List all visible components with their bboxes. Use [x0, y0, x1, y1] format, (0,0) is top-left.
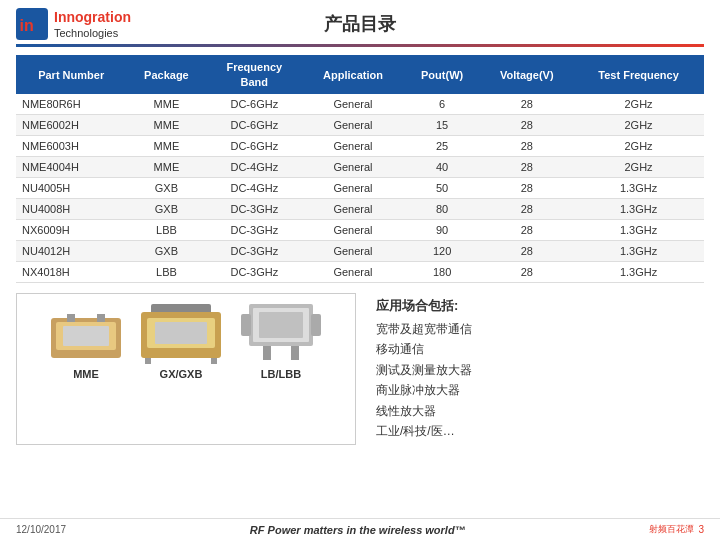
cell-5: 28 — [480, 262, 573, 283]
cell-0: NU4012H — [16, 241, 126, 262]
table-row: NME6002HMMEDC-6GHzGeneral15282GHz — [16, 115, 704, 136]
mme-image — [51, 312, 121, 364]
cell-4: 80 — [404, 199, 481, 220]
watermark: 射频百花潭 — [649, 523, 694, 536]
cell-6: 1.3GHz — [573, 178, 704, 199]
col-pout: Pout(W) — [404, 55, 481, 94]
col-application: Application — [302, 55, 404, 94]
header: in Innogration Technologies 产品目录 — [0, 0, 720, 44]
table-row: NX6009HLBBDC-3GHzGeneral90281.3GHz — [16, 220, 704, 241]
cell-6: 2GHz — [573, 157, 704, 178]
gxb-image — [141, 304, 221, 364]
logo-subtitle: Technologies — [54, 26, 131, 40]
cell-6: 1.3GHz — [573, 241, 704, 262]
bottom-section: MME GX/GXB — [16, 293, 704, 445]
cell-4: 90 — [404, 220, 481, 241]
cell-4: 6 — [404, 94, 481, 115]
cell-3: General — [302, 94, 404, 115]
table-row: NME80R6HMMEDC-6GHzGeneral6282GHz — [16, 94, 704, 115]
logo-area: in Innogration Technologies — [16, 8, 131, 40]
table-header-row: Part Number Package FrequencyBand Applic… — [16, 55, 704, 94]
table-row: NME4004HMMEDC-4GHzGeneral40282GHz — [16, 157, 704, 178]
application-item: 移动通信 — [376, 339, 700, 359]
cell-5: 28 — [480, 178, 573, 199]
footer: 12/10/2017 RF Power matters in the wirel… — [0, 518, 720, 540]
table-row: NU4012HGXBDC-3GHzGeneral120281.3GHz — [16, 241, 704, 262]
cell-5: 28 — [480, 136, 573, 157]
cell-3: General — [302, 220, 404, 241]
cell-2: DC-3GHz — [206, 199, 302, 220]
footer-right: 射频百花潭 3 — [649, 523, 704, 536]
cell-5: 28 — [480, 241, 573, 262]
svg-rect-6 — [97, 314, 105, 322]
gxb-label: GX/GXB — [160, 368, 203, 380]
cell-1: GXB — [126, 178, 206, 199]
cell-3: General — [302, 199, 404, 220]
package-lbb: LB/LBB — [241, 304, 321, 380]
col-voltage: Voltage(V) — [480, 55, 573, 94]
cell-6: 2GHz — [573, 115, 704, 136]
cell-3: General — [302, 157, 404, 178]
cell-6: 2GHz — [573, 94, 704, 115]
table-row: NU4008HGXBDC-3GHzGeneral80281.3GHz — [16, 199, 704, 220]
cell-2: DC-3GHz — [206, 262, 302, 283]
cell-6: 1.3GHz — [573, 262, 704, 283]
package-mme: MME — [51, 312, 121, 380]
cell-2: DC-6GHz — [206, 115, 302, 136]
logo-text: Innogration Technologies — [54, 8, 131, 40]
package-gxb: GX/GXB — [141, 304, 221, 380]
footer-date: 12/10/2017 — [16, 524, 66, 535]
lbb-label: LB/LBB — [261, 368, 301, 380]
cell-0: NU4008H — [16, 199, 126, 220]
cell-3: General — [302, 136, 404, 157]
header-divider — [16, 44, 704, 47]
cell-1: MME — [126, 136, 206, 157]
cell-3: General — [302, 241, 404, 262]
cell-0: NU4005H — [16, 178, 126, 199]
cell-4: 180 — [404, 262, 481, 283]
table-row: NME6003HMMEDC-6GHzGeneral25282GHz — [16, 136, 704, 157]
cell-5: 28 — [480, 199, 573, 220]
svg-rect-19 — [291, 346, 299, 360]
table-body: NME80R6HMMEDC-6GHzGeneral6282GHzNME6002H… — [16, 94, 704, 283]
cell-1: MME — [126, 115, 206, 136]
cell-3: General — [302, 262, 404, 283]
product-table: Part Number Package FrequencyBand Applic… — [16, 55, 704, 283]
cell-4: 40 — [404, 157, 481, 178]
application-item: 线性放大器 — [376, 401, 700, 421]
cell-6: 1.3GHz — [573, 199, 704, 220]
logo-brand: Innogration — [54, 9, 131, 25]
footer-tagline: RF Power matters in the wireless world™ — [250, 524, 466, 536]
cell-5: 28 — [480, 157, 573, 178]
cell-6: 1.3GHz — [573, 220, 704, 241]
cell-5: 28 — [480, 220, 573, 241]
application-item: 宽带及超宽带通信 — [376, 319, 700, 339]
cell-0: NME80R6H — [16, 94, 126, 115]
col-package: Package — [126, 55, 206, 94]
col-frequency-band: FrequencyBand — [206, 55, 302, 94]
applications-area: 应用场合包括: 宽带及超宽带通信移动通信测试及测量放大器商业脉冲放大器线性放大器… — [372, 293, 704, 445]
cell-5: 28 — [480, 115, 573, 136]
cell-0: NX4018H — [16, 262, 126, 283]
package-images: MME GX/GXB — [51, 304, 321, 380]
lbb-image — [241, 304, 321, 364]
col-part-number: Part Number — [16, 55, 126, 94]
applications-list: 宽带及超宽带通信移动通信测试及测量放大器商业脉冲放大器线性放大器工业/科技/医… — [376, 319, 700, 441]
svg-rect-15 — [259, 312, 303, 338]
packages-area: MME GX/GXB — [16, 293, 356, 445]
cell-2: DC-6GHz — [206, 94, 302, 115]
cell-0: NME6002H — [16, 115, 126, 136]
cell-1: GXB — [126, 241, 206, 262]
cell-3: General — [302, 178, 404, 199]
svg-text:in: in — [20, 17, 34, 34]
application-item: 商业脉冲放大器 — [376, 380, 700, 400]
cell-4: 25 — [404, 136, 481, 157]
table-row: NU4005HGXBDC-4GHzGeneral50281.3GHz — [16, 178, 704, 199]
mme-label: MME — [73, 368, 99, 380]
page-number: 3 — [698, 524, 704, 535]
application-item: 工业/科技/医… — [376, 421, 700, 441]
cell-2: DC-4GHz — [206, 157, 302, 178]
cell-0: NME4004H — [16, 157, 126, 178]
cell-2: DC-4GHz — [206, 178, 302, 199]
cell-4: 15 — [404, 115, 481, 136]
